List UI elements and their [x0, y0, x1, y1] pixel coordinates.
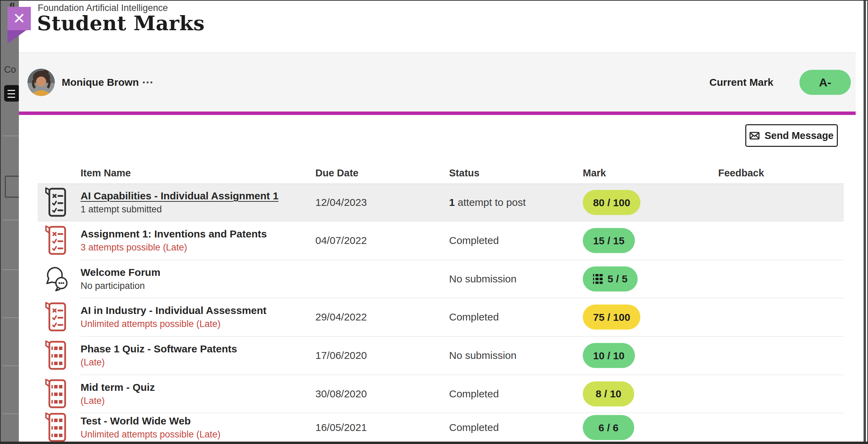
- status-text: Completed: [449, 235, 499, 246]
- item-name[interactable]: AI in Industry - Individual Assessment: [81, 305, 266, 316]
- assignment-icon: [45, 301, 67, 333]
- mark-value: 80 / 100: [593, 197, 630, 208]
- due-date-cell: 16/05/2021: [315, 422, 367, 433]
- avatar-image: [27, 69, 55, 96]
- status-cell: Completed: [449, 388, 499, 400]
- column-header-mark: Mark: [583, 167, 606, 179]
- status-cell: No submission: [449, 273, 517, 285]
- status-text: attempt to post: [455, 197, 526, 208]
- due-date-cell: 29/04/2022: [315, 311, 367, 323]
- student-marks-panel: Foundation Artificial Intelligence Stude…: [19, 0, 868, 444]
- background-menu-button: [4, 85, 19, 102]
- background-divider: [3, 220, 19, 220]
- item-name[interactable]: Welcome Forum: [81, 267, 160, 278]
- mark-pill: 6 / 6: [583, 415, 634, 440]
- close-panel-button[interactable]: ✕: [8, 7, 31, 30]
- mark-value: 15 / 15: [593, 235, 625, 246]
- mark-cell: 6 / 6: [583, 415, 634, 440]
- table-row: Assignment 1: Inventions and Patents 3 a…: [38, 221, 844, 260]
- item-name-cell: Welcome Forum No participation: [81, 267, 160, 291]
- item-name-cell: Assignment 1: Inventions and Patents 3 a…: [81, 228, 267, 253]
- mark-pill: 15 / 15: [583, 228, 635, 253]
- status-text: Completed: [449, 388, 499, 399]
- student-avatar: [27, 69, 55, 96]
- mark-pill: 8 / 10: [583, 381, 634, 406]
- background-text-fragment: Co: [4, 65, 16, 75]
- table-row: Welcome Forum No participation No submis…: [38, 260, 844, 298]
- mark-cell: 5 / 5: [583, 266, 638, 291]
- dimmed-background-page: fl Co: [0, 0, 19, 444]
- item-subtext: 1 attempt submitted: [81, 204, 278, 215]
- send-message-button[interactable]: Send Message: [745, 124, 838, 147]
- item-name-cell: Mid term - Quiz (Late): [81, 382, 155, 406]
- discussion-icon: [45, 266, 70, 292]
- background-divider: [3, 269, 19, 270]
- column-header-item-name: Item Name: [81, 167, 131, 179]
- table-row: AI Capabilities - Individual Assignment …: [38, 184, 844, 221]
- status-text: No submission: [449, 273, 517, 284]
- mark-cell: 75 / 100: [583, 305, 640, 330]
- item-name[interactable]: Test - World Wide Web: [81, 415, 191, 427]
- mark-value: 75 / 100: [593, 311, 630, 323]
- due-date-cell: 04/07/2022: [315, 235, 367, 246]
- table-row: Phase 1 Quiz - Software Patents (Late) 1…: [38, 336, 844, 375]
- item-name-cell: Phase 1 Quiz - Software Patents (Late): [81, 343, 237, 368]
- student-overflow-menu[interactable]: •••: [141, 78, 156, 87]
- table-row: AI in Industry - Individual Assessment U…: [38, 298, 844, 336]
- item-name-cell: AI in Industry - Individual Assessment U…: [81, 305, 266, 329]
- due-date-cell: 30/08/2020: [315, 388, 367, 400]
- mark-cell: 80 / 100: [583, 190, 640, 215]
- status-text: Completed: [449, 311, 499, 323]
- item-name[interactable]: Assignment 1: Inventions and Patents: [81, 228, 267, 240]
- screen-right-border: [864, 0, 866, 444]
- status-bold: 1: [449, 197, 455, 208]
- column-header-due-date: Due Date: [315, 167, 359, 179]
- mark-cell: 8 / 10: [583, 381, 634, 406]
- item-name-cell: Test - World Wide Web Unlimited attempts…: [81, 415, 220, 440]
- item-name-cell: AI Capabilities - Individual Assignment …: [81, 190, 278, 215]
- rubric-icon: [593, 274, 603, 284]
- mark-pill: 80 / 100: [583, 190, 640, 215]
- item-name[interactable]: Phase 1 Quiz - Software Patents: [81, 343, 237, 355]
- student-header-band: Monique Brown ••• Current Mark A-: [19, 52, 856, 112]
- table-row: Test - World Wide Web Unlimited attempts…: [38, 413, 844, 442]
- assignment-icon: [45, 225, 67, 256]
- send-message-label: Send Message: [764, 130, 833, 141]
- mark-value: 8 / 10: [595, 388, 621, 400]
- mark-cell: 10 / 10: [583, 343, 635, 368]
- due-date-cell: 12/04/2023: [315, 197, 367, 208]
- status-cell: 1 attempt to post: [449, 197, 526, 208]
- current-mark-badge: A-: [799, 70, 851, 95]
- screen-bottom-border: [0, 442, 868, 444]
- mark-value: 5 / 5: [607, 273, 627, 285]
- envelope-icon: [749, 132, 760, 140]
- table-row: Mid term - Quiz (Late) 30/08/2020 Comple…: [38, 375, 844, 413]
- close-icon: ✕: [13, 11, 26, 26]
- quiz-icon: [45, 378, 67, 410]
- item-name-link[interactable]: AI Capabilities - Individual Assignment …: [81, 190, 278, 202]
- item-name[interactable]: Mid term - Quiz: [81, 382, 155, 393]
- due-date-cell: 17/06/2020: [315, 350, 367, 361]
- assignment-icon: [45, 187, 67, 218]
- mark-value: 10 / 10: [593, 350, 625, 361]
- mark-value: 6 / 6: [599, 422, 618, 433]
- table-header-row: Item NameDue DateStatusMarkFeedback: [38, 167, 844, 184]
- status-cell: Completed: [449, 422, 499, 433]
- student-name: Monique Brown: [62, 77, 139, 88]
- item-subtext: Unlimited attempts possible (Late): [81, 319, 266, 329]
- status-text: No submission: [449, 350, 517, 361]
- column-header-feedback: Feedback: [718, 167, 764, 179]
- mark-pill: 10 / 10: [583, 343, 635, 368]
- background-divider: [3, 365, 19, 366]
- status-cell: Completed: [449, 235, 499, 246]
- status-cell: No submission: [449, 350, 517, 361]
- background-divider: [3, 317, 19, 318]
- background-divider: [3, 413, 19, 414]
- item-subtext: No participation: [81, 281, 160, 291]
- accent-divider-bar: [19, 112, 856, 115]
- mark-pill: 5 / 5: [583, 266, 638, 291]
- marks-table: Item NameDue DateStatusMarkFeedback AI C…: [38, 167, 844, 442]
- page-title: Student Marks: [37, 12, 205, 35]
- status-cell: Completed: [449, 311, 499, 323]
- item-subtext: (Late): [81, 396, 155, 406]
